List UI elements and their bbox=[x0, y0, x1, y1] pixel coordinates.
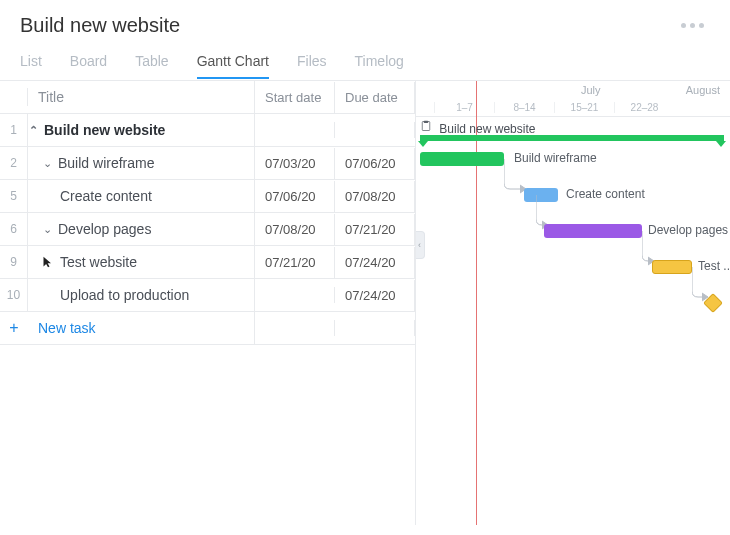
table-row[interactable]: 9 Test website 07/21/20 07/24/20 bbox=[0, 246, 415, 279]
gantt-summary-label: Build new website bbox=[439, 122, 535, 136]
start-date-cell[interactable] bbox=[255, 287, 335, 303]
start-date-cell[interactable]: 07/21/20 bbox=[255, 247, 335, 278]
table-row[interactable]: 5 Create content 07/06/20 07/08/20 bbox=[0, 180, 415, 213]
gantt-body[interactable]: Build new website Build wireframe Create… bbox=[416, 117, 730, 321]
row-number: 9 bbox=[0, 246, 28, 278]
week-label: 15–21 bbox=[554, 102, 614, 113]
row-number: 10 bbox=[0, 279, 28, 311]
gantt-bar-row[interactable] bbox=[416, 285, 730, 321]
new-task-label: New task bbox=[38, 320, 96, 336]
row-number: 2 bbox=[0, 147, 28, 179]
task-grid: Title Start date Due date 1 ⌃ Build new … bbox=[0, 81, 415, 525]
gantt-bar-label: Develop pages bbox=[648, 223, 728, 237]
task-title: Create content bbox=[60, 188, 152, 204]
task-title: Upload to production bbox=[60, 287, 189, 303]
tab-list[interactable]: List bbox=[20, 47, 42, 79]
tab-table[interactable]: Table bbox=[135, 47, 168, 79]
column-header-due[interactable]: Due date bbox=[335, 82, 415, 113]
due-date-cell[interactable]: 07/21/20 bbox=[335, 214, 415, 245]
gantt-summary-row[interactable]: Build new website bbox=[416, 117, 730, 141]
tab-files[interactable]: Files bbox=[297, 47, 327, 79]
tab-timelog[interactable]: Timelog bbox=[355, 47, 404, 79]
gantt-chart[interactable]: ‹ July August 1–7 8–14 15–21 22–28 Build… bbox=[415, 81, 730, 525]
cursor-icon bbox=[42, 255, 54, 269]
start-date-cell[interactable]: 07/03/20 bbox=[255, 148, 335, 179]
due-date-cell[interactable]: 07/24/20 bbox=[335, 280, 415, 311]
start-date-cell[interactable]: 07/06/20 bbox=[255, 181, 335, 212]
dots-icon bbox=[681, 23, 686, 28]
task-title: Develop pages bbox=[58, 221, 151, 237]
week-label: 8–14 bbox=[494, 102, 554, 113]
page-title: Build new website bbox=[20, 14, 180, 37]
tab-board[interactable]: Board bbox=[70, 47, 107, 79]
new-task-row[interactable]: + New task bbox=[0, 312, 415, 345]
gantt-bar-row[interactable]: Build wireframe bbox=[416, 141, 730, 177]
clipboard-icon bbox=[420, 119, 432, 133]
tab-gantt-chart[interactable]: Gantt Chart bbox=[197, 47, 269, 79]
due-date-cell[interactable]: 07/08/20 bbox=[335, 181, 415, 212]
gantt-bar[interactable] bbox=[544, 224, 642, 238]
gantt-bar[interactable] bbox=[652, 260, 692, 274]
month-label: August bbox=[686, 84, 720, 96]
due-date-cell[interactable] bbox=[335, 122, 415, 138]
chevron-down-icon[interactable]: ⌄ bbox=[42, 157, 52, 170]
plus-icon[interactable]: + bbox=[0, 319, 28, 337]
week-label: 1–7 bbox=[434, 102, 494, 113]
table-row[interactable]: 10 Upload to production 07/24/20 bbox=[0, 279, 415, 312]
gantt-bar[interactable] bbox=[420, 152, 504, 166]
gantt-bar-row[interactable]: Develop pages bbox=[416, 213, 730, 249]
table-row[interactable]: 1 ⌃ Build new website bbox=[0, 114, 415, 147]
task-title: Test website bbox=[60, 254, 137, 270]
column-header-title[interactable]: Title bbox=[28, 81, 255, 113]
gantt-bar-row[interactable]: Test ... bbox=[416, 249, 730, 285]
view-tabs: List Board Table Gantt Chart Files Timel… bbox=[0, 37, 730, 80]
table-row[interactable]: 6 ⌄ Develop pages 07/08/20 07/21/20 bbox=[0, 213, 415, 246]
timeline-header: July August 1–7 8–14 15–21 22–28 bbox=[416, 81, 730, 117]
chevron-down-icon[interactable]: ⌄ bbox=[42, 223, 52, 236]
more-menu-button[interactable] bbox=[675, 17, 710, 34]
row-number: 5 bbox=[0, 180, 28, 212]
due-date-cell[interactable]: 07/06/20 bbox=[335, 148, 415, 179]
task-title: Build wireframe bbox=[58, 155, 154, 171]
row-number: 6 bbox=[0, 213, 28, 245]
month-label: July bbox=[581, 84, 601, 96]
due-date-cell[interactable]: 07/24/20 bbox=[335, 247, 415, 278]
gantt-bar-label: Create content bbox=[566, 187, 645, 201]
column-header-start[interactable]: Start date bbox=[255, 82, 335, 113]
start-date-cell[interactable]: 07/08/20 bbox=[255, 214, 335, 245]
chevron-up-icon[interactable]: ⌃ bbox=[28, 124, 38, 137]
svg-rect-1 bbox=[424, 121, 429, 123]
gantt-bar-row[interactable]: Create content bbox=[416, 177, 730, 213]
week-label: 22–28 bbox=[614, 102, 674, 113]
row-number: 1 bbox=[0, 114, 28, 146]
column-header-number bbox=[0, 88, 28, 106]
start-date-cell[interactable] bbox=[255, 122, 335, 138]
table-row[interactable]: 2 ⌄ Build wireframe 07/03/20 07/06/20 bbox=[0, 147, 415, 180]
task-title: Build new website bbox=[44, 122, 165, 138]
